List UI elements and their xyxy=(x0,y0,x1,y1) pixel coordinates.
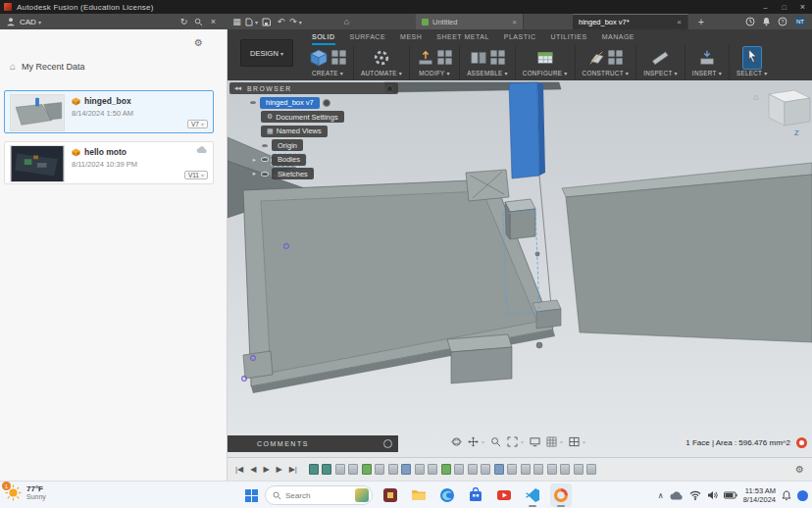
edge-browser-icon[interactable] xyxy=(436,483,458,507)
comments-expand-icon[interactable] xyxy=(383,439,392,448)
ribbon-group-select[interactable]: SELECT xyxy=(730,45,775,80)
ribbon-tab-utilities[interactable]: UTILITIES xyxy=(550,29,586,45)
undo-icon[interactable]: ↶ xyxy=(274,14,288,29)
timeline-feature-icon[interactable] xyxy=(322,464,331,475)
timeline-feature-icon[interactable] xyxy=(521,464,531,475)
browser-root-row[interactable]: ▾ hinged_box v7 xyxy=(239,97,398,109)
model-bottom-block[interactable] xyxy=(447,334,512,383)
show-data-panel-icon[interactable]: ▦ xyxy=(229,14,244,29)
document-tab-untitled[interactable]: Untitled xyxy=(416,14,524,29)
timeline-play-button[interactable] xyxy=(263,465,269,474)
visibility-eye-icon[interactable] xyxy=(261,157,269,162)
create-tools-icons[interactable] xyxy=(331,50,346,65)
timeline-feature-icon[interactable] xyxy=(574,464,584,475)
timeline-feature-icon[interactable] xyxy=(454,464,464,475)
weather-widget[interactable]: 1 77°F Sunny xyxy=(5,484,46,501)
timeline-feature-icon[interactable] xyxy=(388,464,398,475)
comments-bar[interactable]: COMMENTS xyxy=(228,435,398,452)
ribbon-tab-surface[interactable]: SURFACE xyxy=(350,29,386,45)
display-settings-icon[interactable] xyxy=(530,436,540,447)
timeline-go-to-end-button[interactable] xyxy=(289,465,297,474)
ribbon-tab-manage[interactable]: MANAGE xyxy=(602,29,634,45)
browser-row-document-settings[interactable]: ▸ ⚙Document Settings xyxy=(251,111,398,123)
timeline-feature-icon[interactable] xyxy=(375,464,384,475)
ribbon-group-inspect[interactable]: INSPECT xyxy=(636,45,685,80)
close-panel-icon[interactable]: × xyxy=(206,14,221,29)
timeline-feature-icon[interactable] xyxy=(362,464,372,475)
notifications-bell-icon[interactable] xyxy=(782,490,791,501)
taskbar-search-input[interactable] xyxy=(285,491,342,500)
save-icon[interactable] xyxy=(259,14,274,29)
ribbon-group-automate[interactable]: AUTOMATE xyxy=(354,45,410,80)
expand-icon[interactable]: ▸ xyxy=(251,113,258,121)
expand-icon[interactable]: ▸ xyxy=(251,141,258,149)
browser-row-bodies[interactable]: ▸ Bodies xyxy=(251,154,398,166)
workspace-design-menu[interactable]: DESIGN xyxy=(240,39,293,67)
model-left-hinge[interactable] xyxy=(243,351,273,379)
pinned-app-icon[interactable] xyxy=(380,483,401,507)
notifications-bell-icon[interactable] xyxy=(762,17,771,26)
fusion-app-icon[interactable] xyxy=(550,483,572,507)
orbit-icon[interactable] xyxy=(451,436,462,447)
timeline-go-to-start-button[interactable] xyxy=(235,465,243,474)
new-document-tab-button[interactable] xyxy=(694,14,708,29)
activate-component-icon[interactable] xyxy=(323,99,330,107)
ribbon-tab-plastic[interactable]: PLASTIC xyxy=(504,29,536,45)
version-dropdown[interactable]: V11 xyxy=(184,171,208,179)
timeline-feature-icon[interactable] xyxy=(560,464,570,475)
microsoft-store-icon[interactable] xyxy=(465,483,486,507)
ribbon-group-insert[interactable]: INSERT xyxy=(685,45,730,80)
measure-icon[interactable] xyxy=(651,49,669,67)
assemble-tools-icons[interactable] xyxy=(490,50,505,65)
viewcube[interactable]: ⌂ Z xyxy=(753,90,810,137)
timeline-feature-icon[interactable] xyxy=(507,464,517,475)
timeline-feature-icon[interactable] xyxy=(401,464,411,475)
battery-icon[interactable] xyxy=(724,491,737,499)
model-right-plate[interactable] xyxy=(562,163,812,342)
model-knob[interactable] xyxy=(536,342,542,348)
ribbon-group-configure[interactable]: CONFIGURE xyxy=(516,45,576,80)
vscode-icon[interactable] xyxy=(522,483,543,507)
viewcube-home-icon[interactable]: ⌂ xyxy=(753,92,758,102)
help-icon[interactable]: ? xyxy=(778,17,787,26)
model-blue-panel[interactable] xyxy=(509,82,545,178)
recent-file-card[interactable]: hinged_box 8/14/2024 1:50 AM V7 xyxy=(4,90,214,133)
taskbar-clock[interactable]: 11:53 AM 8/14/2024 xyxy=(743,486,776,504)
configure-icon[interactable] xyxy=(536,49,554,67)
ribbon-group-create[interactable]: CREATE xyxy=(302,45,354,80)
file-explorer-icon[interactable] xyxy=(408,483,430,507)
profile-avatar[interactable]: NT xyxy=(794,16,806,27)
collapse-browser-icon[interactable]: ◂◂ xyxy=(234,84,241,92)
taskbar-search[interactable] xyxy=(265,485,373,505)
ribbon-tab-solid[interactable]: SOLID xyxy=(312,29,335,45)
close-tab-icon[interactable] xyxy=(677,18,682,26)
user-icon[interactable] xyxy=(6,17,16,26)
visibility-eye-icon[interactable] xyxy=(261,172,269,177)
automate-icon[interactable] xyxy=(373,49,390,67)
search-highlight-icon[interactable] xyxy=(355,488,369,502)
record-indicator-icon[interactable] xyxy=(796,437,807,448)
select-cursor-icon[interactable] xyxy=(744,48,760,64)
model-hinge-block[interactable] xyxy=(466,170,509,201)
browser-header[interactable]: ◂◂ BROWSER xyxy=(229,82,398,94)
timeline-feature-icon[interactable] xyxy=(533,464,543,475)
timeline-feature-icon[interactable] xyxy=(547,464,557,475)
timeline-feature-icon[interactable] xyxy=(481,464,490,475)
file-menu-icon[interactable] xyxy=(244,14,259,29)
timeline-settings-icon[interactable]: ⚙ xyxy=(795,464,804,475)
insert-icon[interactable] xyxy=(698,49,716,67)
expand-icon[interactable]: ▸ xyxy=(251,127,258,135)
timeline-step-back-button[interactable] xyxy=(250,465,256,474)
search-icon[interactable] xyxy=(191,14,206,29)
new-solid-icon[interactable] xyxy=(309,48,329,68)
data-home-icon[interactable]: ⌂ xyxy=(10,61,16,72)
expand-icon[interactable]: ▸ xyxy=(251,156,258,164)
timeline-feature-icon[interactable] xyxy=(428,464,437,475)
ribbon-tab-sheet-metal[interactable]: SHEET METAL xyxy=(436,29,488,45)
model-small-block[interactable] xyxy=(533,300,561,329)
maximize-button[interactable] xyxy=(775,0,793,14)
job-status-icon[interactable] xyxy=(745,17,755,26)
assemble-icon[interactable] xyxy=(470,49,487,67)
refresh-icon[interactable]: ↻ xyxy=(177,14,191,29)
grid-settings-icon[interactable] xyxy=(546,436,563,447)
